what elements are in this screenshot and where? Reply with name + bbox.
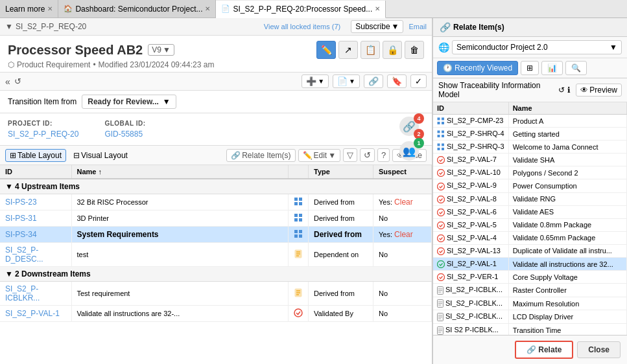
close-button[interactable]: Close — [577, 341, 621, 358]
col-name[interactable]: Name ↑ — [71, 165, 289, 179]
email-button[interactable]: Email — [408, 23, 427, 30]
svg-rect-0 — [294, 198, 298, 201]
relate-col-name[interactable]: Name — [508, 102, 626, 115]
relate-table-row[interactable]: SI S2 P-ICBLK...Transition Time — [433, 324, 627, 336]
relate-row-id: SI_S2_P-SHRQ-4 — [433, 128, 508, 141]
add-dropdown[interactable]: ➕▼ — [302, 74, 329, 88]
copy-button[interactable]: 📋 — [361, 41, 380, 59]
subscribe-button[interactable]: Subscribe ▼ — [351, 20, 403, 33]
collapse-icon[interactable]: « — [5, 76, 10, 87]
relate-button[interactable]: 🔗 Relate — [515, 341, 573, 359]
relate-table-row[interactable]: SI_S2_P-VAL-1Validate all instructions a… — [433, 258, 627, 271]
relate-row-name: Duplicate of Validate all instru... — [508, 244, 626, 257]
traceability-info-icon[interactable]: ℹ — [567, 85, 571, 95]
table-layout-button[interactable]: ⊞ Table Layout — [5, 149, 66, 162]
clear-link[interactable]: Clear — [394, 198, 413, 207]
relate-table-row[interactable]: SI_S2_P-VAL-4Validate 0.65mm Package — [433, 231, 627, 244]
close-icon[interactable]: ✕ — [205, 5, 210, 12]
relate-table-row[interactable]: SI_S2_P-SHRQ-3Welcome to Jama Connect — [433, 141, 627, 154]
col-suspect[interactable]: Suspect — [373, 165, 432, 179]
traceability-label: Show Traceability Information Model — [438, 81, 556, 99]
clear-link[interactable]: Clear — [394, 230, 413, 239]
clock-icon: 🕐 — [443, 63, 453, 73]
row-type-icon — [289, 306, 309, 322]
preview-button[interactable]: 👁 Preview — [576, 84, 622, 97]
col-type[interactable]: Type — [309, 165, 373, 179]
svg-rect-27 — [438, 135, 440, 137]
visual-layout-button[interactable]: ⊟ Visual Layout — [69, 149, 132, 162]
transition-dropdown[interactable]: Ready for Review... ▼ — [82, 95, 176, 109]
relate-items-button[interactable]: 🔗 Relate Item(s) — [226, 149, 295, 162]
tab-label: Learn more — [5, 5, 45, 14]
row-id-link[interactable]: SI-PS-31 — [5, 214, 37, 223]
project-selector: 🌐 Semiconductor Project 2.0 ▼ — [433, 37, 627, 58]
relate-table-row[interactable]: SI_S2_P-VAL-6Validate AES — [433, 205, 627, 218]
table-row[interactable]: SI_S2_P-ICBLKR... Test requirement Deriv… — [0, 282, 432, 306]
relate-table-row[interactable]: SI_S2_P-VAL-10Polygons / Second 2 — [433, 166, 627, 179]
relate-table-row[interactable]: SI_S2_P-SHRQ-4Getting started — [433, 128, 627, 141]
global-id-value[interactable]: GID-55885 — [104, 130, 145, 139]
row-id-link[interactable]: SI_S2_P-VAL-1 — [5, 309, 60, 318]
close-icon[interactable]: ✕ — [375, 5, 380, 12]
user-bubble[interactable]: 👥 1 — [399, 141, 419, 161]
relate-table-row[interactable]: SI_S2_P-ICBLK...Maximum Resolution — [433, 297, 627, 310]
project-id-value[interactable]: SI_S2_P-P_REQ-20 — [8, 130, 78, 139]
chart-view-tab[interactable]: 📊 — [541, 61, 563, 75]
tab-processor[interactable]: 📄 SI_S2_P-P_REQ-20:Processor Speed... ✕ — [216, 1, 386, 18]
table-row[interactable]: SI_S2_P-VAL-1 Validate all instructions … — [0, 306, 432, 322]
table-area: ID Name ↑ Type Suspect ▼ 4 Upstream Item… — [0, 165, 432, 364]
relate-table-row[interactable]: SI_S2_P-VAL-9Power Consumption — [433, 179, 627, 192]
view-locked-link[interactable]: View all locked items (7) — [264, 23, 340, 30]
filter-button[interactable]: ▽ — [343, 148, 357, 162]
relate-table-row[interactable]: SI_S2_P-VAL-13Duplicate of Validate all … — [433, 244, 627, 257]
relate-col-id[interactable]: ID — [433, 102, 508, 115]
relate-table-row[interactable]: SI_S2_P-VAL-5Validate 0.8mm Package — [433, 218, 627, 231]
delete-button[interactable]: 🗑 — [405, 41, 424, 59]
table-row[interactable]: SI_S2_P-D_DESC... test Dependent on No — [0, 243, 432, 267]
traceability-row: Show Traceability Information Model ↺ ℹ … — [433, 78, 627, 102]
link-button[interactable]: 🔗 — [364, 74, 383, 88]
doc-button[interactable]: 📄▼ — [333, 74, 360, 88]
lock-button[interactable]: 🔒 — [383, 41, 402, 59]
relate-table-row[interactable]: SI_S2_P-VER-1Core Supply Voltage — [433, 271, 627, 284]
edit-dropdown-button[interactable]: ✏️ Edit ▼ — [298, 149, 341, 162]
row-id-link[interactable]: SI-PS-34 — [5, 230, 37, 239]
relate-table-row[interactable]: SI_S2_P-VAL-8Validate RNG — [433, 192, 627, 205]
row-id-link[interactable]: SI_S2_P-D_DESC... — [5, 245, 43, 264]
relate-table-row[interactable]: SI_S2_P-VAL-7Validate SHA — [433, 154, 627, 166]
row-id-link[interactable]: SI_S2_P-ICBLKR... — [5, 284, 40, 302]
bookmark-button[interactable]: 🔖 — [387, 74, 407, 88]
chart-icon: 📊 — [547, 63, 557, 73]
close-icon[interactable]: ✕ — [47, 5, 53, 12]
refresh-table-button[interactable]: ↺ — [360, 148, 375, 162]
tab-dashboard[interactable]: 🏠 Dashboard: Semiconductor Project... ✕ — [58, 0, 216, 17]
table-row[interactable]: SI-PS-34 System Requirements Derived fro… — [0, 227, 432, 243]
table-row[interactable]: SI-PS-31 3D Printer Derived from No — [0, 210, 432, 227]
relate-row-name: Validate all instructions are 32... — [508, 258, 626, 271]
row-id-link[interactable]: SI-PS-23 — [5, 198, 37, 207]
edit-button[interactable]: ✏️ — [316, 41, 336, 59]
col-id[interactable]: ID — [0, 165, 71, 179]
grid-view-tab[interactable]: ⊞ — [521, 61, 539, 75]
share-button[interactable]: ↗ — [338, 41, 358, 59]
table-row[interactable]: SI-PS-23 32 Bit RISC Processor Derived f… — [0, 194, 432, 210]
tab-learn-more[interactable]: Learn more ✕ — [0, 0, 58, 17]
relate-table-row[interactable]: SI_S2_P-CMP-23Product A — [433, 115, 627, 128]
row-name: System Requirements — [71, 227, 289, 243]
search-tab[interactable]: 🔍 — [565, 61, 587, 75]
refresh-icon[interactable]: ↺ — [14, 76, 21, 86]
collapse-toolbar: « ↺ ➕▼ 📄▼ 🔗 🔖 ✓ — [0, 73, 432, 91]
check-button[interactable]: ✓ — [410, 74, 427, 88]
version-badge[interactable]: V9 ▼ — [148, 44, 174, 56]
relate-table-row[interactable]: SI_S2_P-ICBLK...Raster Controller — [433, 284, 627, 297]
traceability-refresh-icon[interactable]: ↺ — [558, 85, 565, 95]
help-button[interactable]: ? — [377, 148, 390, 162]
project-dropdown[interactable]: Semiconductor Project 2.0 ▼ — [452, 40, 622, 54]
relate-row-id: SI_S2_P-VAL-1 — [433, 258, 508, 271]
relate-row-id: SI_S2_P-ICBLK... — [433, 310, 508, 324]
project-globe-icon: 🌐 — [438, 42, 449, 52]
relate-table-row[interactable]: SI_S2_P-ICBLK...LCD Display Driver — [433, 310, 627, 324]
breadcrumb-arrow[interactable]: ▼ — [5, 22, 13, 31]
recently-viewed-tab[interactable]: 🕐 Recently Viewed — [437, 61, 518, 75]
link-bubble[interactable]: 🔗 4 2 — [399, 117, 419, 136]
